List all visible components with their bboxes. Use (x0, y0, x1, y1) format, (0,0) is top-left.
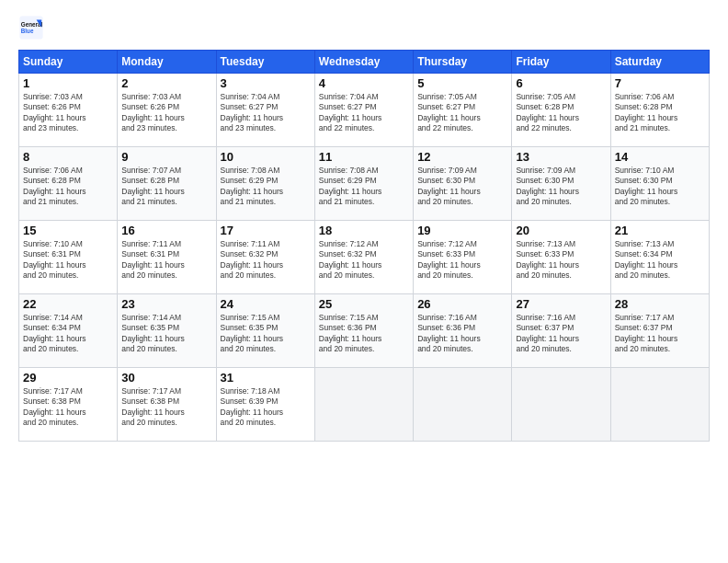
day-number: 28 (615, 297, 705, 311)
day-info: Sunrise: 7:13 AM Sunset: 6:34 PM Dayligh… (615, 239, 705, 282)
calendar-day: 12Sunrise: 7:09 AM Sunset: 6:30 PM Dayli… (414, 147, 512, 221)
day-number: 29 (23, 371, 113, 385)
calendar-table: Sunday Monday Tuesday Wednesday Thursday… (18, 50, 710, 442)
day-number: 9 (121, 150, 211, 164)
calendar-day: 31Sunrise: 7:18 AM Sunset: 6:39 PM Dayli… (216, 368, 314, 442)
day-info: Sunrise: 7:17 AM Sunset: 6:38 PM Dayligh… (23, 386, 113, 429)
calendar-day: 25Sunrise: 7:15 AM Sunset: 6:36 PM Dayli… (314, 294, 413, 368)
day-info: Sunrise: 7:12 AM Sunset: 6:32 PM Dayligh… (319, 239, 409, 282)
day-number: 22 (23, 297, 113, 311)
calendar-day: 5Sunrise: 7:05 AM Sunset: 6:27 PM Daylig… (414, 74, 512, 147)
calendar-week-4: 22Sunrise: 7:14 AM Sunset: 6:34 PM Dayli… (19, 294, 710, 368)
calendar-week-2: 8Sunrise: 7:06 AM Sunset: 6:28 PM Daylig… (19, 147, 710, 221)
col-sunday: Sunday (19, 51, 118, 74)
day-number: 31 (221, 371, 311, 385)
day-info: Sunrise: 7:03 AM Sunset: 6:26 PM Dayligh… (23, 92, 113, 134)
day-number: 14 (615, 150, 705, 164)
day-number: 4 (319, 76, 409, 90)
day-number: 21 (615, 224, 705, 237)
calendar-day: 29Sunrise: 7:17 AM Sunset: 6:38 PM Dayli… (19, 368, 118, 442)
calendar-day: 20Sunrise: 7:13 AM Sunset: 6:33 PM Dayli… (512, 221, 610, 294)
day-number: 10 (221, 150, 311, 164)
calendar-day: 11Sunrise: 7:08 AM Sunset: 6:29 PM Dayli… (314, 147, 413, 221)
calendar-day (414, 368, 512, 442)
col-thursday: Thursday (414, 51, 512, 74)
day-number: 1 (23, 76, 113, 90)
col-monday: Monday (118, 51, 216, 74)
day-number: 23 (121, 297, 211, 311)
header-row: Sunday Monday Tuesday Wednesday Thursday… (19, 51, 710, 74)
day-number: 11 (319, 150, 409, 164)
day-number: 25 (319, 297, 409, 311)
col-friday: Friday (512, 51, 610, 74)
calendar-week-3: 15Sunrise: 7:10 AM Sunset: 6:31 PM Dayli… (19, 221, 710, 294)
day-info: Sunrise: 7:12 AM Sunset: 6:33 PM Dayligh… (417, 239, 507, 282)
calendar-day: 9Sunrise: 7:07 AM Sunset: 6:28 PM Daylig… (118, 147, 216, 221)
calendar-day: 30Sunrise: 7:17 AM Sunset: 6:38 PM Dayli… (118, 368, 216, 442)
day-info: Sunrise: 7:06 AM Sunset: 6:28 PM Dayligh… (23, 166, 113, 208)
calendar-day: 13Sunrise: 7:09 AM Sunset: 6:30 PM Dayli… (512, 147, 610, 221)
day-info: Sunrise: 7:16 AM Sunset: 6:36 PM Dayligh… (417, 313, 507, 355)
calendar-day (512, 368, 610, 442)
calendar-day: 18Sunrise: 7:12 AM Sunset: 6:32 PM Dayli… (314, 221, 413, 294)
day-number: 2 (121, 76, 211, 90)
day-info: Sunrise: 7:05 AM Sunset: 6:27 PM Dayligh… (417, 92, 507, 134)
day-info: Sunrise: 7:04 AM Sunset: 6:27 PM Dayligh… (319, 92, 409, 134)
day-number: 17 (221, 224, 311, 237)
calendar-day: 4Sunrise: 7:04 AM Sunset: 6:27 PM Daylig… (314, 74, 413, 147)
calendar-day: 22Sunrise: 7:14 AM Sunset: 6:34 PM Dayli… (19, 294, 118, 368)
svg-text:Blue: Blue (21, 28, 34, 34)
day-info: Sunrise: 7:14 AM Sunset: 6:35 PM Dayligh… (121, 313, 211, 355)
day-info: Sunrise: 7:17 AM Sunset: 6:37 PM Dayligh… (615, 313, 705, 355)
day-number: 18 (319, 224, 409, 237)
calendar-day: 16Sunrise: 7:11 AM Sunset: 6:31 PM Dayli… (118, 221, 216, 294)
day-info: Sunrise: 7:09 AM Sunset: 6:30 PM Dayligh… (516, 166, 606, 208)
day-info: Sunrise: 7:05 AM Sunset: 6:28 PM Dayligh… (516, 92, 606, 134)
day-info: Sunrise: 7:11 AM Sunset: 6:32 PM Dayligh… (221, 239, 311, 282)
day-number: 6 (516, 76, 606, 90)
col-tuesday: Tuesday (216, 51, 314, 74)
col-saturday: Saturday (610, 51, 709, 74)
day-number: 16 (121, 224, 211, 237)
day-info: Sunrise: 7:18 AM Sunset: 6:39 PM Dayligh… (221, 386, 311, 429)
logo: General Blue (18, 15, 48, 40)
calendar-day: 6Sunrise: 7:05 AM Sunset: 6:28 PM Daylig… (512, 74, 610, 147)
day-info: Sunrise: 7:09 AM Sunset: 6:30 PM Dayligh… (417, 166, 507, 208)
calendar-week-1: 1Sunrise: 7:03 AM Sunset: 6:26 PM Daylig… (19, 74, 710, 147)
calendar-day: 10Sunrise: 7:08 AM Sunset: 6:29 PM Dayli… (216, 147, 314, 221)
day-number: 20 (516, 224, 606, 237)
calendar-day: 19Sunrise: 7:12 AM Sunset: 6:33 PM Dayli… (414, 221, 512, 294)
day-number: 12 (417, 150, 507, 164)
day-info: Sunrise: 7:16 AM Sunset: 6:37 PM Dayligh… (516, 313, 606, 355)
day-info: Sunrise: 7:14 AM Sunset: 6:34 PM Dayligh… (23, 313, 113, 355)
calendar-day: 8Sunrise: 7:06 AM Sunset: 6:28 PM Daylig… (19, 147, 118, 221)
day-number: 24 (221, 297, 311, 311)
calendar-day (314, 368, 413, 442)
calendar-day: 17Sunrise: 7:11 AM Sunset: 6:32 PM Dayli… (216, 221, 314, 294)
day-number: 3 (221, 76, 311, 90)
day-number: 7 (615, 76, 705, 90)
calendar-day: 2Sunrise: 7:03 AM Sunset: 6:26 PM Daylig… (118, 74, 216, 147)
calendar-day: 23Sunrise: 7:14 AM Sunset: 6:35 PM Dayli… (118, 294, 216, 368)
day-number: 19 (417, 224, 507, 237)
day-info: Sunrise: 7:10 AM Sunset: 6:30 PM Dayligh… (615, 166, 705, 208)
day-number: 8 (23, 150, 113, 164)
day-info: Sunrise: 7:08 AM Sunset: 6:29 PM Dayligh… (319, 166, 409, 208)
calendar-day: 24Sunrise: 7:15 AM Sunset: 6:35 PM Dayli… (216, 294, 314, 368)
calendar-day: 27Sunrise: 7:16 AM Sunset: 6:37 PM Dayli… (512, 294, 610, 368)
day-info: Sunrise: 7:15 AM Sunset: 6:35 PM Dayligh… (221, 313, 311, 355)
day-number: 30 (121, 371, 211, 385)
day-info: Sunrise: 7:04 AM Sunset: 6:27 PM Dayligh… (221, 92, 311, 134)
day-info: Sunrise: 7:06 AM Sunset: 6:28 PM Dayligh… (615, 92, 705, 134)
day-info: Sunrise: 7:17 AM Sunset: 6:38 PM Dayligh… (121, 386, 211, 429)
day-info: Sunrise: 7:13 AM Sunset: 6:33 PM Dayligh… (516, 239, 606, 282)
day-info: Sunrise: 7:10 AM Sunset: 6:31 PM Dayligh… (23, 239, 113, 282)
calendar-day: 1Sunrise: 7:03 AM Sunset: 6:26 PM Daylig… (19, 74, 118, 147)
day-number: 13 (516, 150, 606, 164)
calendar-day: 28Sunrise: 7:17 AM Sunset: 6:37 PM Dayli… (610, 294, 709, 368)
header: General Blue (18, 15, 710, 40)
calendar-day: 26Sunrise: 7:16 AM Sunset: 6:36 PM Dayli… (414, 294, 512, 368)
logo-icon: General Blue (18, 15, 44, 40)
day-number: 15 (23, 224, 113, 237)
calendar-page: General Blue Sunday Monday Tuesday Wedne… (0, 0, 728, 563)
